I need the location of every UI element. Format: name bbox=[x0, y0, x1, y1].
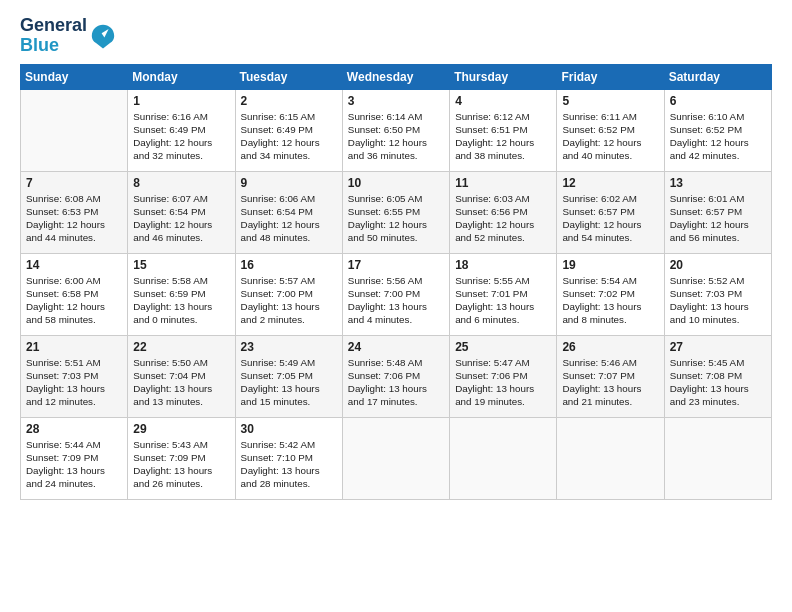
day-number: 23 bbox=[241, 340, 337, 354]
calendar-day-cell: 20Sunrise: 5:52 AM Sunset: 7:03 PM Dayli… bbox=[664, 253, 771, 335]
calendar-day-cell: 22Sunrise: 5:50 AM Sunset: 7:04 PM Dayli… bbox=[128, 335, 235, 417]
day-info: Sunrise: 5:42 AM Sunset: 7:10 PM Dayligh… bbox=[241, 438, 337, 491]
calendar-table: SundayMondayTuesdayWednesdayThursdayFrid… bbox=[20, 64, 772, 500]
calendar-day-cell: 14Sunrise: 6:00 AM Sunset: 6:58 PM Dayli… bbox=[21, 253, 128, 335]
day-number: 26 bbox=[562, 340, 658, 354]
day-info: Sunrise: 5:44 AM Sunset: 7:09 PM Dayligh… bbox=[26, 438, 122, 491]
day-info: Sunrise: 5:46 AM Sunset: 7:07 PM Dayligh… bbox=[562, 356, 658, 409]
day-info: Sunrise: 6:01 AM Sunset: 6:57 PM Dayligh… bbox=[670, 192, 766, 245]
day-number: 10 bbox=[348, 176, 444, 190]
day-number: 20 bbox=[670, 258, 766, 272]
day-number: 16 bbox=[241, 258, 337, 272]
day-number: 19 bbox=[562, 258, 658, 272]
day-number: 30 bbox=[241, 422, 337, 436]
day-number: 25 bbox=[455, 340, 551, 354]
calendar-day-cell: 11Sunrise: 6:03 AM Sunset: 6:56 PM Dayli… bbox=[450, 171, 557, 253]
day-info: Sunrise: 5:52 AM Sunset: 7:03 PM Dayligh… bbox=[670, 274, 766, 327]
day-number: 6 bbox=[670, 94, 766, 108]
calendar-day-cell bbox=[342, 417, 449, 499]
weekday-header: Saturday bbox=[664, 64, 771, 89]
calendar-day-cell bbox=[557, 417, 664, 499]
calendar-day-cell: 27Sunrise: 5:45 AM Sunset: 7:08 PM Dayli… bbox=[664, 335, 771, 417]
day-number: 3 bbox=[348, 94, 444, 108]
calendar-week-row: 14Sunrise: 6:00 AM Sunset: 6:58 PM Dayli… bbox=[21, 253, 772, 335]
day-number: 2 bbox=[241, 94, 337, 108]
day-number: 15 bbox=[133, 258, 229, 272]
day-info: Sunrise: 5:55 AM Sunset: 7:01 PM Dayligh… bbox=[455, 274, 551, 327]
calendar-day-cell: 9Sunrise: 6:06 AM Sunset: 6:54 PM Daylig… bbox=[235, 171, 342, 253]
page-header: GeneralBlue bbox=[20, 16, 772, 56]
day-info: Sunrise: 5:56 AM Sunset: 7:00 PM Dayligh… bbox=[348, 274, 444, 327]
day-info: Sunrise: 5:58 AM Sunset: 6:59 PM Dayligh… bbox=[133, 274, 229, 327]
day-info: Sunrise: 5:54 AM Sunset: 7:02 PM Dayligh… bbox=[562, 274, 658, 327]
day-info: Sunrise: 6:08 AM Sunset: 6:53 PM Dayligh… bbox=[26, 192, 122, 245]
calendar-day-cell: 5Sunrise: 6:11 AM Sunset: 6:52 PM Daylig… bbox=[557, 89, 664, 171]
weekday-header: Tuesday bbox=[235, 64, 342, 89]
weekday-header: Thursday bbox=[450, 64, 557, 89]
calendar-day-cell: 21Sunrise: 5:51 AM Sunset: 7:03 PM Dayli… bbox=[21, 335, 128, 417]
day-number: 13 bbox=[670, 176, 766, 190]
day-number: 29 bbox=[133, 422, 229, 436]
day-info: Sunrise: 6:06 AM Sunset: 6:54 PM Dayligh… bbox=[241, 192, 337, 245]
day-number: 22 bbox=[133, 340, 229, 354]
day-number: 5 bbox=[562, 94, 658, 108]
day-number: 17 bbox=[348, 258, 444, 272]
calendar-day-cell: 16Sunrise: 5:57 AM Sunset: 7:00 PM Dayli… bbox=[235, 253, 342, 335]
calendar-day-cell: 3Sunrise: 6:14 AM Sunset: 6:50 PM Daylig… bbox=[342, 89, 449, 171]
calendar-day-cell: 4Sunrise: 6:12 AM Sunset: 6:51 PM Daylig… bbox=[450, 89, 557, 171]
calendar-day-cell: 8Sunrise: 6:07 AM Sunset: 6:54 PM Daylig… bbox=[128, 171, 235, 253]
calendar-day-cell bbox=[664, 417, 771, 499]
day-number: 1 bbox=[133, 94, 229, 108]
calendar-day-cell: 1Sunrise: 6:16 AM Sunset: 6:49 PM Daylig… bbox=[128, 89, 235, 171]
day-number: 18 bbox=[455, 258, 551, 272]
logo-icon bbox=[89, 22, 117, 50]
calendar-day-cell: 19Sunrise: 5:54 AM Sunset: 7:02 PM Dayli… bbox=[557, 253, 664, 335]
day-info: Sunrise: 6:03 AM Sunset: 6:56 PM Dayligh… bbox=[455, 192, 551, 245]
day-info: Sunrise: 6:00 AM Sunset: 6:58 PM Dayligh… bbox=[26, 274, 122, 327]
day-number: 14 bbox=[26, 258, 122, 272]
day-info: Sunrise: 5:47 AM Sunset: 7:06 PM Dayligh… bbox=[455, 356, 551, 409]
day-number: 8 bbox=[133, 176, 229, 190]
day-number: 21 bbox=[26, 340, 122, 354]
day-number: 4 bbox=[455, 94, 551, 108]
day-number: 7 bbox=[26, 176, 122, 190]
calendar-day-cell: 28Sunrise: 5:44 AM Sunset: 7:09 PM Dayli… bbox=[21, 417, 128, 499]
calendar-day-cell: 7Sunrise: 6:08 AM Sunset: 6:53 PM Daylig… bbox=[21, 171, 128, 253]
day-number: 28 bbox=[26, 422, 122, 436]
day-info: Sunrise: 5:57 AM Sunset: 7:00 PM Dayligh… bbox=[241, 274, 337, 327]
calendar-day-cell: 10Sunrise: 6:05 AM Sunset: 6:55 PM Dayli… bbox=[342, 171, 449, 253]
calendar-week-row: 21Sunrise: 5:51 AM Sunset: 7:03 PM Dayli… bbox=[21, 335, 772, 417]
calendar-week-row: 7Sunrise: 6:08 AM Sunset: 6:53 PM Daylig… bbox=[21, 171, 772, 253]
day-number: 24 bbox=[348, 340, 444, 354]
day-info: Sunrise: 6:02 AM Sunset: 6:57 PM Dayligh… bbox=[562, 192, 658, 245]
calendar-day-cell: 23Sunrise: 5:49 AM Sunset: 7:05 PM Dayli… bbox=[235, 335, 342, 417]
day-info: Sunrise: 5:48 AM Sunset: 7:06 PM Dayligh… bbox=[348, 356, 444, 409]
logo-text: GeneralBlue bbox=[20, 16, 87, 56]
calendar-day-cell: 25Sunrise: 5:47 AM Sunset: 7:06 PM Dayli… bbox=[450, 335, 557, 417]
calendar-day-cell bbox=[450, 417, 557, 499]
weekday-header: Monday bbox=[128, 64, 235, 89]
calendar-day-cell: 13Sunrise: 6:01 AM Sunset: 6:57 PM Dayli… bbox=[664, 171, 771, 253]
day-info: Sunrise: 6:05 AM Sunset: 6:55 PM Dayligh… bbox=[348, 192, 444, 245]
day-number: 12 bbox=[562, 176, 658, 190]
calendar-day-cell: 24Sunrise: 5:48 AM Sunset: 7:06 PM Dayli… bbox=[342, 335, 449, 417]
day-info: Sunrise: 6:10 AM Sunset: 6:52 PM Dayligh… bbox=[670, 110, 766, 163]
day-info: Sunrise: 6:07 AM Sunset: 6:54 PM Dayligh… bbox=[133, 192, 229, 245]
calendar-day-cell: 18Sunrise: 5:55 AM Sunset: 7:01 PM Dayli… bbox=[450, 253, 557, 335]
day-number: 11 bbox=[455, 176, 551, 190]
day-info: Sunrise: 6:11 AM Sunset: 6:52 PM Dayligh… bbox=[562, 110, 658, 163]
weekday-header: Wednesday bbox=[342, 64, 449, 89]
weekday-header: Sunday bbox=[21, 64, 128, 89]
day-info: Sunrise: 6:14 AM Sunset: 6:50 PM Dayligh… bbox=[348, 110, 444, 163]
calendar-day-cell: 26Sunrise: 5:46 AM Sunset: 7:07 PM Dayli… bbox=[557, 335, 664, 417]
calendar-day-cell: 2Sunrise: 6:15 AM Sunset: 6:49 PM Daylig… bbox=[235, 89, 342, 171]
calendar-week-row: 1Sunrise: 6:16 AM Sunset: 6:49 PM Daylig… bbox=[21, 89, 772, 171]
calendar-week-row: 28Sunrise: 5:44 AM Sunset: 7:09 PM Dayli… bbox=[21, 417, 772, 499]
calendar-day-cell: 29Sunrise: 5:43 AM Sunset: 7:09 PM Dayli… bbox=[128, 417, 235, 499]
day-info: Sunrise: 5:43 AM Sunset: 7:09 PM Dayligh… bbox=[133, 438, 229, 491]
day-info: Sunrise: 5:49 AM Sunset: 7:05 PM Dayligh… bbox=[241, 356, 337, 409]
day-number: 9 bbox=[241, 176, 337, 190]
day-info: Sunrise: 6:16 AM Sunset: 6:49 PM Dayligh… bbox=[133, 110, 229, 163]
day-info: Sunrise: 5:45 AM Sunset: 7:08 PM Dayligh… bbox=[670, 356, 766, 409]
day-info: Sunrise: 5:50 AM Sunset: 7:04 PM Dayligh… bbox=[133, 356, 229, 409]
